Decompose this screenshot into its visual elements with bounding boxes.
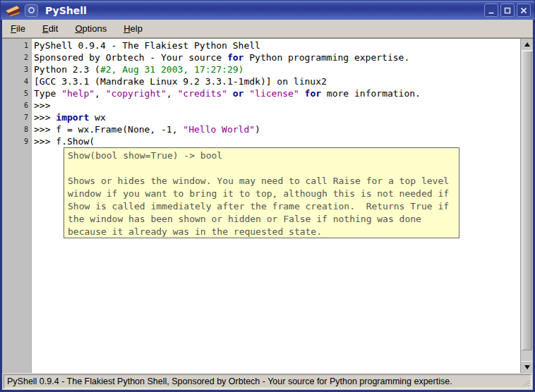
maximize-icon [503,6,512,15]
close-icon [519,6,528,15]
code-text: >>> [31,99,56,111]
shell-line: 6>>> [2,99,520,111]
code-text: [GCC 3.3.1 (Mandrake Linux 9.2 3.3.1-1md… [31,75,327,87]
shell-lines: 1PyShell 0.9.4 - The Flakiest Python She… [2,39,520,147]
menu-edit[interactable]: Edit [40,22,60,35]
shell-line: 2Sponsored by Orbtech - Your source for … [2,51,520,63]
line-number: 5 [2,87,31,99]
pie-slice-icon [5,4,20,17]
shell-line: 7>>> import wx [2,111,520,123]
vertical-scrollbar[interactable] [520,39,533,373]
scroll-up-button[interactable] [521,39,533,51]
close-button[interactable] [517,4,531,17]
scroll-down-button[interactable] [521,361,533,373]
shell-line: 1PyShell 0.9.4 - The Flakiest Python She… [2,39,520,51]
titlebar[interactable]: PyShell [1,1,534,20]
line-number: 8 [2,123,31,135]
calltip: Show(bool show=True) -> bool Shows or hi… [64,147,459,238]
minimize-button[interactable] [484,4,498,17]
maximize-button[interactable] [500,4,515,17]
sticky-pin-button[interactable] [25,4,38,17]
line-number: 4 [2,75,31,87]
shell-line: 4[GCC 3.3.1 (Mandrake Linux 9.2 3.3.1-1m… [2,75,520,87]
shell-line: 5Type "help", "copyright", "credits" or … [2,87,520,99]
status-field: PyShell 0.9.4 - The Flakiest Python Shel… [4,374,531,388]
minimize-icon [487,6,495,15]
menu-file[interactable]: File [8,22,28,35]
window-controls [484,4,534,17]
calltip-text: Show(bool show=True) -> bool Shows or hi… [68,149,456,238]
menu-options[interactable]: Options [73,22,109,35]
pyshell-window: PyShell File Edit Options H [0,0,535,392]
resize-grip-icon[interactable] [522,379,530,387]
triangle-up-icon [524,42,530,47]
code-text: Type "help", "copyright", "credits" or "… [31,87,421,99]
code-text: PyShell 0.9.4 - The Flakiest Python Shel… [31,39,260,51]
shell-line: 3Python 2.3 (#2, Aug 31 2003, 17:27:29) [2,63,520,75]
statusbar: PyShell 0.9.4 - The Flakiest Python Shel… [2,373,533,390]
circle-pin-icon [28,6,35,14]
code-text: Sponsored by Orbtech - Your source for P… [31,51,409,63]
shell-editor[interactable]: 1PyShell 0.9.4 - The Flakiest Python She… [2,38,533,373]
line-number: 7 [2,111,31,123]
triangle-down-icon [524,365,530,369]
line-number: 2 [2,51,31,63]
status-text: PyShell 0.9.4 - The Flakiest Python Shel… [7,376,452,386]
scrollbar-thumb[interactable] [522,51,532,350]
line-number: 3 [2,63,31,75]
line-number: 9 [2,135,31,147]
code-text: >>> import wx [31,111,106,123]
menu-help[interactable]: Help [121,22,145,35]
shell-line: 8>>> f = wx.Frame(None, -1, "Hello World… [2,123,520,135]
line-number: 1 [2,39,31,51]
shell-line: 9>>> f.Show( [2,135,520,147]
code-text: >>> f.Show( [31,135,95,147]
code-text: >>> f = wx.Frame(None, -1, "Hello World"… [31,123,260,135]
code-text: Python 2.3 (#2, Aug 31 2003, 17:27:29) [31,63,244,75]
window-title: PyShell [45,5,87,16]
line-number: 6 [2,99,31,111]
menubar: File Edit Options Help [2,20,533,38]
